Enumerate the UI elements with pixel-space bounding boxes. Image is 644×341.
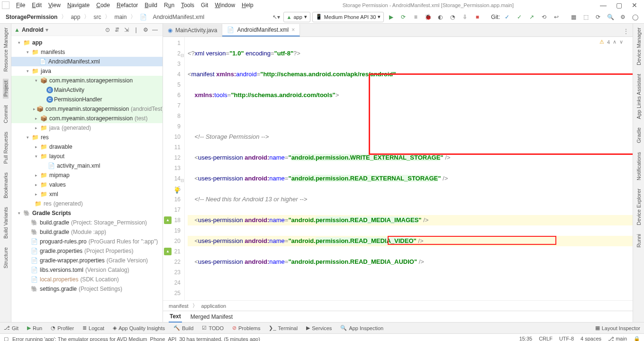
- etab-merged[interactable]: Merged Manifest: [190, 312, 234, 322]
- back-dropdown-icon[interactable]: ↖▾: [271, 12, 281, 22]
- attach-debugger-icon[interactable]: ⇩: [460, 12, 470, 22]
- rail-project[interactable]: Project: [3, 79, 9, 99]
- tree-libs-versions[interactable]: 📄libs.versions.toml(Version Catalog): [11, 265, 163, 275]
- rail-notifications[interactable]: Notifications: [636, 150, 642, 182]
- menu-build[interactable]: Build: [142, 1, 160, 9]
- close-tab-icon[interactable]: ×: [291, 27, 295, 33]
- code-content[interactable]: <?xml version="1.0" encoding="utf-8"?> <…: [185, 37, 633, 300]
- menu-help[interactable]: Help: [239, 1, 256, 9]
- apply-changes-icon[interactable]: ⟳: [398, 12, 408, 22]
- menu-refactor[interactable]: Refactor: [114, 1, 141, 9]
- bb-aqi[interactable]: ◈App Quality Insights: [113, 325, 165, 331]
- inspection-summary[interactable]: ⚠ 4 ∧ ∨: [599, 39, 623, 45]
- bb-logcat[interactable]: ≣Logcat: [82, 325, 104, 331]
- run-button[interactable]: ▶: [386, 12, 396, 22]
- bc-file[interactable]: AndroidManifest.xml: [151, 13, 206, 21]
- launcher-icon[interactable]: ▲: [164, 216, 172, 224]
- tree-manifest-file[interactable]: 📄AndroidManifest.xml: [11, 57, 163, 66]
- tree-res-generated[interactable]: 📁res(generated): [11, 199, 163, 208]
- tab-manifest[interactable]: 📄 AndroidManifest.xml ×: [222, 24, 300, 36]
- bb-build[interactable]: 🔨Build: [173, 325, 193, 331]
- status-indent[interactable]: 4 spaces: [581, 336, 601, 341]
- tree-pkg-main[interactable]: ▾📦com.myeamin.storagepermission: [11, 76, 163, 85]
- tree-local-properties[interactable]: 📄local.properties(SDK Location): [11, 275, 163, 284]
- minimize-icon[interactable]: —: [600, 1, 607, 9]
- settings-icon[interactable]: ⚙: [617, 12, 628, 22]
- menu-window[interactable]: Window: [212, 1, 238, 9]
- bb-services[interactable]: ▶Services: [306, 325, 332, 331]
- editor-scroll[interactable]: 12⊟34 5678 9101112 1314⊟ 15💡 1617 18▲ 19…: [163, 37, 633, 300]
- tree-activity-main-xml[interactable]: 📄activity_main.xml: [11, 161, 163, 170]
- rail-device-manager[interactable]: Device Manager: [636, 26, 642, 67]
- run-config-dropdown[interactable]: ▲ app ▾: [283, 12, 310, 22]
- git-push-icon[interactable]: ↗: [526, 12, 537, 22]
- status-encoding[interactable]: UTF-8: [559, 336, 574, 341]
- next-highlight-icon[interactable]: ∨: [619, 39, 623, 45]
- tree-java-generated[interactable]: ▸📁java(generated): [11, 123, 163, 133]
- tree-pkg-androidtest[interactable]: ▸📦com.myeamin.storagepermission(androidT…: [11, 104, 163, 114]
- tree-java[interactable]: ▾📁java: [11, 66, 163, 76]
- avd-icon[interactable]: ▦: [568, 12, 579, 22]
- tab-mainactivity[interactable]: ◉ MainActivity.java: [163, 24, 222, 36]
- rail-device-explorer[interactable]: Device Explorer: [636, 187, 642, 227]
- bb-problems[interactable]: ⊘Problems: [232, 325, 260, 331]
- rail-structure[interactable]: Structure: [3, 245, 9, 270]
- tree-mipmap[interactable]: ▸📁mipmap: [11, 170, 163, 180]
- device-dropdown[interactable]: 📱 Medium Phone API 30 ▾: [312, 12, 384, 22]
- tree-permission-handler[interactable]: CPermissionHandler: [11, 95, 163, 104]
- stop-icon[interactable]: ■: [472, 12, 482, 22]
- tree-gradle-properties[interactable]: 📄gradle.properties(Project Properties): [11, 246, 163, 256]
- target-icon[interactable]: ⊙: [103, 27, 112, 33]
- status-branch[interactable]: ⎇ main: [608, 336, 627, 341]
- status-square-icon[interactable]: ▢: [4, 336, 9, 341]
- bb-git[interactable]: ⎇Git: [4, 325, 18, 331]
- rail-build-variants[interactable]: Build Variants: [3, 205, 9, 241]
- sync-icon[interactable]: ⟳: [593, 12, 603, 22]
- account-icon[interactable]: ◯: [630, 12, 640, 22]
- tree-build-gradle-project[interactable]: 🐘build.gradle(Project: Storage_Permissio…: [11, 218, 163, 227]
- tree-pkg-test[interactable]: ▸📦com.myeamin.storagepermission(test): [11, 114, 163, 123]
- collapse-icon[interactable]: ⇲: [122, 27, 131, 33]
- bc-src[interactable]: src: [91, 13, 103, 21]
- tree-build-gradle-module[interactable]: 🐘build.gradle(Module :app): [11, 227, 163, 237]
- profiler-icon[interactable]: ◔: [447, 12, 458, 22]
- rail-resource-manager[interactable]: Resource Manager: [3, 26, 9, 74]
- rail-pull-requests[interactable]: Pull Requests: [3, 130, 9, 166]
- tree-xml[interactable]: ▸📁xml: [11, 189, 163, 199]
- rail-commit[interactable]: Commit: [3, 103, 9, 125]
- launcher-round-icon[interactable]: ▲: [164, 248, 172, 255]
- bb-profiler[interactable]: ◔Profiler: [51, 325, 74, 331]
- status-eol[interactable]: CRLF: [539, 336, 553, 341]
- rail-bookmarks[interactable]: Bookmarks: [3, 170, 9, 200]
- bb-app-inspection[interactable]: 🔍App Inspection: [340, 325, 383, 331]
- menu-run[interactable]: Run: [161, 1, 177, 9]
- tree-gradle-scripts[interactable]: ▾🐘Gradle Scripts: [11, 208, 163, 218]
- project-view-label[interactable]: Android: [22, 27, 44, 33]
- coverage-icon[interactable]: ◐: [435, 12, 445, 22]
- tab-overflow-icon[interactable]: ⋮: [619, 26, 633, 36]
- git-rollback-icon[interactable]: ↩: [551, 12, 562, 22]
- menu-navigate[interactable]: Navigate: [64, 1, 92, 9]
- apply-code-icon[interactable]: ≡: [410, 12, 421, 22]
- maximize-icon[interactable]: ▢: [616, 1, 622, 9]
- menu-tools[interactable]: Tools: [178, 1, 197, 9]
- bb-terminal[interactable]: ❯_Terminal: [269, 325, 298, 331]
- search-icon[interactable]: 🔍: [605, 12, 616, 22]
- bb-layout-inspector[interactable]: ▦Layout Inspector: [595, 325, 640, 331]
- tree-manifests[interactable]: ▾📁manifests: [11, 47, 163, 57]
- etab-text[interactable]: Text: [169, 311, 182, 323]
- status-lock-icon[interactable]: 🔒: [634, 336, 640, 341]
- git-update-icon[interactable]: ✓: [502, 12, 512, 22]
- git-commit-icon[interactable]: ✓: [514, 12, 525, 22]
- chevron-down-icon[interactable]: ▾: [45, 27, 48, 33]
- menu-code[interactable]: Code: [93, 1, 113, 9]
- hide-icon[interactable]: —: [150, 27, 160, 33]
- bc-manifest[interactable]: manifest: [169, 303, 189, 309]
- tree-gradle-wrapper-properties[interactable]: 📄gradle-wrapper.properties(Gradle Versio…: [11, 256, 163, 265]
- bc-main[interactable]: main: [112, 13, 128, 21]
- tree-values[interactable]: ▸📁values: [11, 180, 163, 189]
- tree-main-activity[interactable]: CMainActivity: [11, 85, 163, 95]
- rail-running-devices[interactable]: Runni: [636, 232, 642, 250]
- close-icon[interactable]: ✕: [632, 1, 637, 9]
- menu-view[interactable]: View: [45, 1, 63, 9]
